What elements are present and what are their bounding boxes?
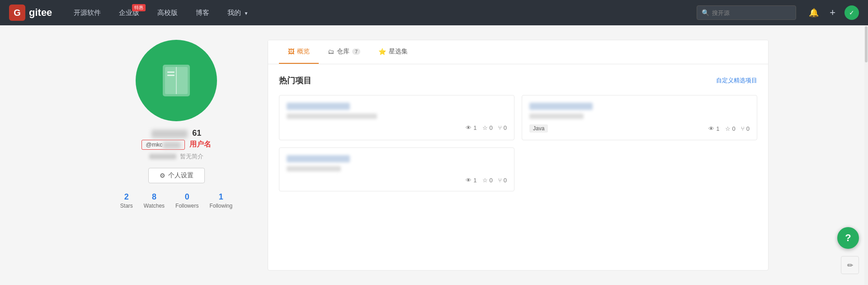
bio-text: 暂无简介 bbox=[180, 153, 203, 160]
search-icon: 🔍 bbox=[702, 9, 709, 16]
tab-stars[interactable]: ⭐ 星选集 bbox=[369, 40, 417, 64]
lang-badge-2: Java bbox=[529, 124, 548, 133]
star-icon-2: ☆ bbox=[725, 125, 731, 132]
tabs-bar: 🖼 概览 🗂 仓库 7 ⭐ 星选集 bbox=[268, 40, 768, 64]
logo[interactable]: G gitee bbox=[9, 5, 52, 21]
project-desc-3 bbox=[287, 166, 341, 171]
projects-grid: 👁 1 ☆ 0 ⑂ 0 bbox=[279, 95, 757, 191]
help-button[interactable]: ? bbox=[837, 227, 859, 249]
project-footer-3: 👁 1 ☆ 0 ⑂ 0 bbox=[287, 177, 507, 184]
repos-count: 7 bbox=[352, 48, 360, 55]
scrollbar-thumb[interactable] bbox=[865, 26, 868, 62]
star-count-2: ☆ 0 bbox=[725, 125, 736, 132]
settings-label: 个人设置 bbox=[168, 171, 193, 180]
logo-icon: G bbox=[9, 5, 25, 21]
stat-watches[interactable]: 8 Watches bbox=[144, 192, 165, 209]
following-count: 1 bbox=[209, 192, 232, 202]
eye-icon-3: 👁 bbox=[466, 177, 472, 184]
nav-university[interactable]: 高校版 bbox=[154, 7, 181, 19]
project-card-2[interactable]: Java 👁 1 ☆ 0 ⑂ 0 bbox=[522, 95, 757, 140]
username-annotation: 用户名 bbox=[189, 140, 211, 149]
view-count-1: 👁 1 bbox=[466, 124, 476, 131]
profile-name-blur bbox=[151, 130, 188, 138]
logo-text: gitee bbox=[29, 7, 52, 19]
profile-avatar bbox=[136, 40, 217, 121]
following-label: Following bbox=[209, 203, 232, 209]
project-desc-2 bbox=[529, 114, 584, 119]
fork-count-2: ⑂ 0 bbox=[741, 125, 750, 132]
eye-icon-1: 👁 bbox=[466, 124, 472, 131]
tab-repos[interactable]: 🗂 仓库 7 bbox=[319, 40, 369, 64]
scrollbar[interactable] bbox=[864, 25, 868, 285]
search-input[interactable] bbox=[712, 10, 791, 16]
section-title: 热门项目 bbox=[279, 75, 311, 86]
stat-stars[interactable]: 2 Stars bbox=[120, 192, 133, 209]
navbar: G gitee 开源软件 企业版 特惠 高校版 博客 我的 ▼ 🔍 🔔 + ✓ bbox=[0, 0, 868, 25]
followers-label: Followers bbox=[175, 203, 198, 209]
svg-rect-3 bbox=[167, 71, 175, 73]
star-count-1: ☆ 0 bbox=[482, 124, 493, 131]
avatar-icon bbox=[154, 58, 199, 103]
fork-count-3: ⑂ 0 bbox=[498, 177, 507, 184]
nav-open-source[interactable]: 开源软件 bbox=[70, 7, 104, 19]
notification-icon[interactable]: 🔔 bbox=[807, 6, 821, 19]
profile-name-suffix: 61 bbox=[192, 128, 201, 138]
view-count-3: 👁 1 bbox=[466, 177, 476, 184]
project-name-2 bbox=[529, 103, 593, 110]
profile-name-area: 61 bbox=[99, 128, 253, 138]
svg-rect-4 bbox=[167, 75, 175, 76]
repo-icon: 🗂 bbox=[328, 48, 334, 55]
profile-username-area: @mkc 用户名 bbox=[99, 140, 253, 150]
edit-button[interactable]: ✏ bbox=[841, 256, 859, 274]
profile-bio: 暂无简介 bbox=[99, 152, 253, 161]
view-count-2: 👁 1 bbox=[708, 125, 719, 132]
edit-icon: ✏ bbox=[847, 261, 853, 270]
customize-link[interactable]: 自定义精选项目 bbox=[716, 76, 757, 85]
watches-count: 8 bbox=[144, 192, 165, 202]
project-card-3[interactable]: 👁 1 ☆ 0 ⑂ 0 bbox=[279, 147, 514, 191]
user-avatar[interactable]: ✓ bbox=[844, 5, 859, 20]
main-container: 61 @mkc 用户名 暂无简介 ⚙ 个人设置 2 Stars 8 Watche… bbox=[90, 25, 778, 285]
project-name-1 bbox=[287, 103, 350, 110]
gear-icon: ⚙ bbox=[160, 172, 165, 179]
enterprise-badge: 特惠 bbox=[132, 4, 146, 11]
nav-enterprise[interactable]: 企业版 特惠 bbox=[115, 7, 143, 19]
nav-actions: 🔔 + ✓ bbox=[807, 5, 859, 20]
stars-count: 2 bbox=[120, 192, 133, 202]
project-footer-2: Java 👁 1 ☆ 0 ⑂ 0 bbox=[529, 124, 750, 133]
tab-overview[interactable]: 🖼 概览 bbox=[279, 40, 319, 64]
star-count-3: ☆ 0 bbox=[482, 177, 493, 184]
nav-mine[interactable]: 我的 ▼ bbox=[224, 7, 252, 19]
stars-label: Stars bbox=[120, 203, 133, 209]
fork-icon-1: ⑂ bbox=[498, 124, 502, 131]
project-name-3 bbox=[287, 155, 350, 162]
overview-icon: 🖼 bbox=[288, 48, 294, 55]
fork-count-1: ⑂ 0 bbox=[498, 124, 507, 131]
followers-count: 0 bbox=[175, 192, 198, 202]
star-icon: ⭐ bbox=[378, 48, 386, 55]
username-badge: @mkc bbox=[142, 140, 184, 150]
fork-icon-2: ⑂ bbox=[741, 125, 745, 132]
eye-icon-2: 👁 bbox=[708, 125, 714, 132]
stat-followers[interactable]: 0 Followers bbox=[175, 192, 198, 209]
search-box[interactable]: 🔍 bbox=[697, 5, 796, 20]
project-card-1[interactable]: 👁 1 ☆ 0 ⑂ 0 bbox=[279, 95, 514, 140]
watches-label: Watches bbox=[144, 203, 165, 209]
project-desc-1 bbox=[287, 114, 377, 119]
bio-blur bbox=[149, 154, 176, 159]
star-icon-1: ☆ bbox=[482, 124, 488, 131]
content-body: 热门项目 自定义精选项目 👁 1 ☆ 0 bbox=[268, 64, 768, 202]
settings-button[interactable]: ⚙ 个人设置 bbox=[148, 168, 205, 183]
nav-blog[interactable]: 博客 bbox=[192, 7, 213, 19]
sidebar: 61 @mkc 用户名 暂无简介 ⚙ 个人设置 2 Stars 8 Watche… bbox=[99, 40, 253, 271]
section-header: 热门项目 自定义精选项目 bbox=[279, 75, 757, 86]
content-area: 🖼 概览 🗂 仓库 7 ⭐ 星选集 热门项目 自定义精选项目 bbox=[268, 40, 769, 271]
stats-row: 2 Stars 8 Watches 0 Followers 1 Followin… bbox=[99, 192, 253, 209]
fork-icon-3: ⑂ bbox=[498, 177, 502, 184]
stat-following[interactable]: 1 Following bbox=[209, 192, 232, 209]
star-icon-3: ☆ bbox=[482, 177, 488, 184]
project-footer-1: 👁 1 ☆ 0 ⑂ 0 bbox=[287, 124, 507, 131]
plus-icon[interactable]: + bbox=[828, 5, 837, 20]
